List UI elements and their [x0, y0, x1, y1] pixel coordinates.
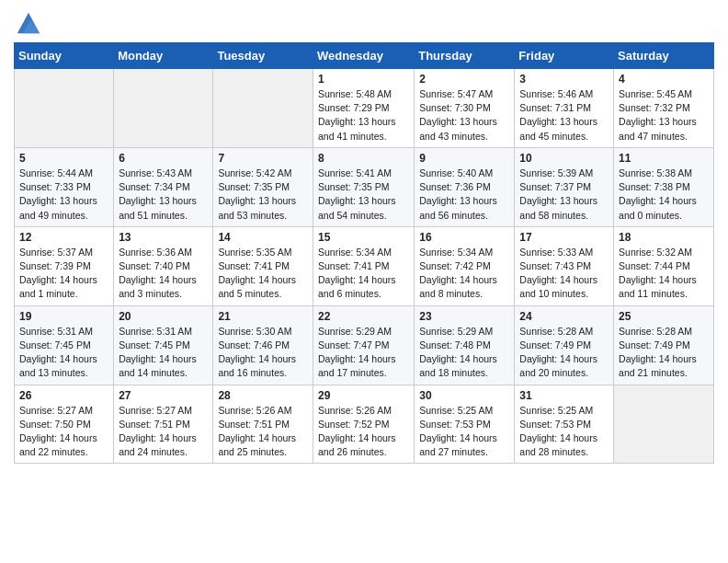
- calendar-header-thursday: Thursday: [415, 43, 515, 69]
- calendar-header-monday: Monday: [114, 43, 213, 69]
- calendar-cell: 1Sunrise: 5:48 AM Sunset: 7:29 PM Daylig…: [313, 69, 414, 148]
- day-info: Sunrise: 5:40 AM Sunset: 7:36 PM Dayligh…: [419, 167, 509, 223]
- calendar-cell: 13Sunrise: 5:36 AM Sunset: 7:40 PM Dayli…: [114, 226, 213, 305]
- day-number: 10: [519, 152, 609, 165]
- day-info: Sunrise: 5:36 AM Sunset: 7:40 PM Dayligh…: [119, 246, 208, 302]
- page: SundayMondayTuesdayWednesdayThursdayFrid…: [0, 0, 728, 477]
- day-number: 22: [318, 310, 409, 323]
- day-info: Sunrise: 5:47 AM Sunset: 7:30 PM Dayligh…: [419, 87, 509, 144]
- calendar-cell: [15, 69, 114, 148]
- calendar-cell: 9Sunrise: 5:40 AM Sunset: 7:36 PM Daylig…: [415, 147, 515, 226]
- day-number: 13: [119, 231, 208, 244]
- calendar-cell: 20Sunrise: 5:31 AM Sunset: 7:45 PM Dayli…: [114, 305, 213, 385]
- calendar-cell: [614, 385, 714, 464]
- day-number: 25: [619, 310, 709, 323]
- day-info: Sunrise: 5:39 AM Sunset: 7:37 PM Dayligh…: [519, 167, 609, 223]
- calendar-cell: 30Sunrise: 5:25 AM Sunset: 7:53 PM Dayli…: [415, 385, 515, 464]
- day-info: Sunrise: 5:29 AM Sunset: 7:47 PM Dayligh…: [318, 325, 409, 381]
- calendar-cell: 2Sunrise: 5:47 AM Sunset: 7:30 PM Daylig…: [415, 69, 515, 148]
- day-info: Sunrise: 5:27 AM Sunset: 7:51 PM Dayligh…: [119, 404, 208, 460]
- day-info: Sunrise: 5:35 AM Sunset: 7:41 PM Dayligh…: [218, 246, 308, 302]
- calendar-cell: 12Sunrise: 5:37 AM Sunset: 7:39 PM Dayli…: [15, 226, 114, 305]
- calendar-cell: 10Sunrise: 5:39 AM Sunset: 7:37 PM Dayli…: [515, 147, 614, 226]
- day-number: 2: [419, 73, 509, 86]
- day-number: 24: [519, 310, 609, 323]
- calendar-week-row: 26Sunrise: 5:27 AM Sunset: 7:50 PM Dayli…: [15, 385, 714, 464]
- calendar-cell: 25Sunrise: 5:28 AM Sunset: 7:49 PM Dayli…: [614, 305, 714, 385]
- calendar-week-row: 1Sunrise: 5:48 AM Sunset: 7:29 PM Daylig…: [15, 69, 714, 148]
- day-info: Sunrise: 5:26 AM Sunset: 7:51 PM Dayligh…: [218, 404, 308, 460]
- calendar-cell: 14Sunrise: 5:35 AM Sunset: 7:41 PM Dayli…: [213, 226, 313, 305]
- day-info: Sunrise: 5:43 AM Sunset: 7:34 PM Dayligh…: [119, 167, 208, 223]
- calendar-cell: 19Sunrise: 5:31 AM Sunset: 7:45 PM Dayli…: [15, 305, 114, 385]
- calendar-cell: 4Sunrise: 5:45 AM Sunset: 7:32 PM Daylig…: [614, 69, 714, 148]
- calendar-cell: 6Sunrise: 5:43 AM Sunset: 7:34 PM Daylig…: [114, 147, 213, 226]
- day-number: 29: [318, 389, 409, 402]
- day-number: 6: [119, 152, 208, 165]
- calendar-cell: 7Sunrise: 5:42 AM Sunset: 7:35 PM Daylig…: [213, 147, 313, 226]
- day-info: Sunrise: 5:41 AM Sunset: 7:35 PM Dayligh…: [318, 167, 409, 223]
- day-number: 5: [19, 152, 108, 165]
- day-number: 8: [318, 152, 409, 165]
- calendar-cell: [114, 69, 213, 148]
- day-number: 9: [419, 152, 509, 165]
- day-info: Sunrise: 5:25 AM Sunset: 7:53 PM Dayligh…: [519, 404, 609, 460]
- day-info: Sunrise: 5:34 AM Sunset: 7:41 PM Dayligh…: [318, 246, 409, 302]
- day-info: Sunrise: 5:29 AM Sunset: 7:48 PM Dayligh…: [419, 325, 509, 381]
- day-info: Sunrise: 5:32 AM Sunset: 7:44 PM Dayligh…: [619, 246, 709, 302]
- day-info: Sunrise: 5:25 AM Sunset: 7:53 PM Dayligh…: [419, 404, 509, 460]
- day-number: 7: [218, 152, 308, 165]
- day-number: 17: [519, 231, 609, 244]
- calendar-cell: 11Sunrise: 5:38 AM Sunset: 7:38 PM Dayli…: [614, 147, 714, 226]
- day-number: 11: [619, 152, 709, 165]
- day-number: 26: [19, 389, 108, 402]
- day-info: Sunrise: 5:27 AM Sunset: 7:50 PM Dayligh…: [19, 404, 108, 460]
- day-number: 1: [318, 73, 409, 86]
- day-number: 14: [218, 231, 308, 244]
- day-number: 16: [419, 231, 509, 244]
- calendar-header-friday: Friday: [515, 43, 614, 69]
- calendar-cell: [213, 69, 313, 148]
- calendar-header-tuesday: Tuesday: [213, 43, 313, 69]
- day-number: 21: [218, 310, 308, 323]
- day-number: 15: [318, 231, 409, 244]
- calendar-header-row: SundayMondayTuesdayWednesdayThursdayFrid…: [15, 43, 714, 69]
- calendar-table: SundayMondayTuesdayWednesdayThursdayFrid…: [14, 42, 714, 464]
- day-number: 3: [519, 73, 609, 86]
- calendar-cell: 17Sunrise: 5:33 AM Sunset: 7:43 PM Dayli…: [515, 226, 614, 305]
- calendar-week-row: 12Sunrise: 5:37 AM Sunset: 7:39 PM Dayli…: [15, 226, 714, 305]
- day-number: 12: [19, 231, 108, 244]
- day-info: Sunrise: 5:28 AM Sunset: 7:49 PM Dayligh…: [619, 325, 709, 381]
- calendar-cell: 22Sunrise: 5:29 AM Sunset: 7:47 PM Dayli…: [313, 305, 414, 385]
- calendar-header-saturday: Saturday: [614, 43, 714, 69]
- logo-icon: [16, 9, 41, 35]
- day-info: Sunrise: 5:48 AM Sunset: 7:29 PM Dayligh…: [318, 87, 409, 144]
- day-info: Sunrise: 5:26 AM Sunset: 7:52 PM Dayligh…: [318, 404, 409, 460]
- calendar-cell: 24Sunrise: 5:28 AM Sunset: 7:49 PM Dayli…: [515, 305, 614, 385]
- day-info: Sunrise: 5:45 AM Sunset: 7:32 PM Dayligh…: [619, 87, 709, 144]
- day-info: Sunrise: 5:34 AM Sunset: 7:42 PM Dayligh…: [419, 246, 509, 302]
- calendar-week-row: 5Sunrise: 5:44 AM Sunset: 7:33 PM Daylig…: [15, 147, 714, 226]
- calendar-cell: 23Sunrise: 5:29 AM Sunset: 7:48 PM Dayli…: [415, 305, 515, 385]
- day-info: Sunrise: 5:42 AM Sunset: 7:35 PM Dayligh…: [218, 167, 308, 223]
- day-number: 19: [19, 310, 108, 323]
- day-info: Sunrise: 5:44 AM Sunset: 7:33 PM Dayligh…: [19, 167, 108, 223]
- day-info: Sunrise: 5:46 AM Sunset: 7:31 PM Dayligh…: [519, 87, 609, 144]
- day-info: Sunrise: 5:33 AM Sunset: 7:43 PM Dayligh…: [519, 246, 609, 302]
- day-info: Sunrise: 5:28 AM Sunset: 7:49 PM Dayligh…: [519, 325, 609, 381]
- calendar-week-row: 19Sunrise: 5:31 AM Sunset: 7:45 PM Dayli…: [15, 305, 714, 385]
- calendar-cell: 15Sunrise: 5:34 AM Sunset: 7:41 PM Dayli…: [313, 226, 414, 305]
- calendar-cell: 27Sunrise: 5:27 AM Sunset: 7:51 PM Dayli…: [114, 385, 213, 464]
- calendar-cell: 26Sunrise: 5:27 AM Sunset: 7:50 PM Dayli…: [15, 385, 114, 464]
- calendar-cell: 16Sunrise: 5:34 AM Sunset: 7:42 PM Dayli…: [415, 226, 515, 305]
- day-number: 30: [419, 389, 509, 402]
- day-info: Sunrise: 5:37 AM Sunset: 7:39 PM Dayligh…: [19, 246, 108, 302]
- calendar-header-wednesday: Wednesday: [313, 43, 414, 69]
- day-number: 20: [119, 310, 208, 323]
- day-info: Sunrise: 5:30 AM Sunset: 7:46 PM Dayligh…: [218, 325, 308, 381]
- day-number: 28: [218, 389, 308, 402]
- calendar-header-sunday: Sunday: [15, 43, 114, 69]
- header: [14, 9, 714, 35]
- calendar-cell: 18Sunrise: 5:32 AM Sunset: 7:44 PM Dayli…: [614, 226, 714, 305]
- day-info: Sunrise: 5:38 AM Sunset: 7:38 PM Dayligh…: [619, 167, 709, 223]
